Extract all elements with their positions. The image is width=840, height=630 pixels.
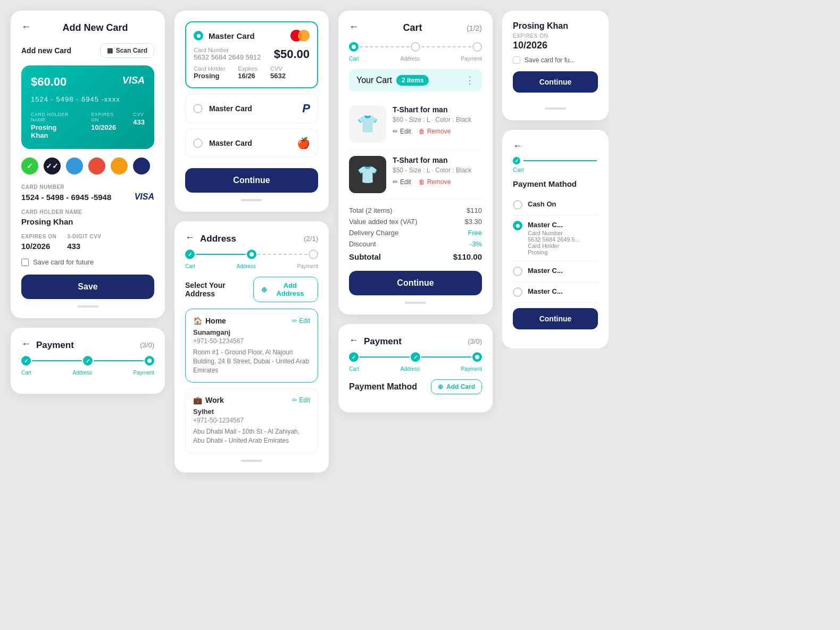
step-dot-payment-col1 xyxy=(145,356,154,366)
radio-mc-selected xyxy=(513,221,522,230)
step-dot-payment-addr xyxy=(309,250,318,259)
payment-option-cash[interactable]: Cash On xyxy=(513,195,598,215)
step-line-2-col1 xyxy=(94,360,144,361)
cart-remove-1[interactable]: 🗑 Remove xyxy=(419,128,451,135)
swatch-blue[interactable] xyxy=(66,158,83,175)
delivery-label: Delivery Charge xyxy=(349,229,398,237)
work-phone: +971-50-1234567 xyxy=(193,417,310,424)
card-brand-visa: VISA xyxy=(122,75,145,86)
expires-value2: 10/2026 xyxy=(21,242,56,251)
cart-item-title-2: T-Shart for man xyxy=(393,156,482,164)
delivery-value: Free xyxy=(468,229,482,237)
add-card-button-pay3[interactable]: ⊕ Add Card xyxy=(431,379,482,394)
add-card-header: Add new Card ▦ Scan Card xyxy=(21,43,154,58)
total-label: Total (2 items) xyxy=(349,206,393,214)
step-line-1-cart xyxy=(360,46,410,47)
cart-item-img-2: 👕 xyxy=(349,156,386,193)
card-number-field: CARD NUMBER 1524 - 5498 - 6945 -5948 VIS… xyxy=(21,184,154,202)
card-holder-value: Prosing Khan xyxy=(21,217,154,226)
work-edit-button[interactable]: ✏ Edit xyxy=(292,396,310,404)
mc-selected-info: Master C... Card Number 5632 5684 2649 5… xyxy=(528,221,598,255)
back-arrow-address[interactable]: ← xyxy=(185,232,195,243)
holder-label: CARD HOLDER NAME xyxy=(31,112,75,122)
col-cart: ← Cart (1/2) Cart Address Payment Your C… xyxy=(338,11,493,412)
back-arrow-payment3[interactable]: ← xyxy=(349,335,359,346)
cart-panel: ← Cart (1/2) Cart Address Payment Your C… xyxy=(338,11,493,314)
vat-value: $3.30 xyxy=(464,218,482,226)
step-payment-addr: Payment xyxy=(297,263,318,269)
expires-value: 10/2026 xyxy=(91,123,117,131)
save-button[interactable]: Save xyxy=(21,275,154,299)
step-dot-address-col1 xyxy=(83,356,93,366)
expires-val: 16/26 xyxy=(238,72,257,80)
step-dot-address-addr xyxy=(247,250,256,259)
cvv-label: CVV xyxy=(133,112,145,117)
continue-button-cart[interactable]: Continue xyxy=(349,271,482,295)
plus-icon-pay3: ⊕ xyxy=(438,383,443,391)
mc-holder-label: Card Holder xyxy=(528,243,598,249)
step-cart-addr: Cart xyxy=(185,263,195,269)
back-arrow-partial[interactable]: ← xyxy=(513,140,522,152)
cvv-field: 3-DIGIT CVV 433 xyxy=(67,234,101,251)
card-visual-number: 1524 - 5498 - 6945 -xxxx xyxy=(31,95,145,103)
holder-value: Prosing Khan xyxy=(31,123,75,139)
step-dot-payment-pay3 xyxy=(472,352,482,362)
three-dots-menu[interactable]: ⋮ xyxy=(465,74,475,86)
cart-item-info-2: T-Shart for man $50 - Size : L · Color :… xyxy=(393,156,482,186)
address-work[interactable]: 💼 Work ✏ Edit Sylhet +971-50-1234567 Abu… xyxy=(185,388,318,453)
home-edit-button[interactable]: ✏ Edit xyxy=(292,317,310,325)
continue-button-col2[interactable]: Continue xyxy=(185,168,318,193)
step-labels-cart: Cart Address Payment xyxy=(349,56,482,62)
selected-card-item[interactable]: Master Card Card Number 5632 5684 2649 5… xyxy=(185,21,318,88)
add-address-button[interactable]: ⊕ Add Address xyxy=(253,277,318,302)
step-dot-cart-addr xyxy=(185,250,195,259)
cart-item-subtitle-2: $50 - Size : L · Color : Black xyxy=(393,167,482,174)
back-arrow-add-card[interactable]: ← xyxy=(21,21,31,32)
mc-3-info: Master C... xyxy=(528,287,598,296)
cvv-label3: CVV xyxy=(270,65,286,72)
swatch-gold[interactable] xyxy=(111,158,128,175)
expires-field: EXPIRES ON 10/2026 xyxy=(21,234,56,251)
card-item-paypal[interactable]: Master Card P xyxy=(185,94,318,123)
cart-item-subtitle-1: $60 - Size : L · Color : Black xyxy=(393,116,482,123)
step-line-1-addr xyxy=(196,254,246,255)
stepper-address xyxy=(185,250,318,259)
your-cart-bar: Your Cart 2 Items ⋮ xyxy=(349,69,482,92)
back-arrow-payment1[interactable]: ← xyxy=(21,338,31,350)
swatch-dark[interactable]: ✓ xyxy=(44,158,61,175)
back-arrow-cart[interactable]: ← xyxy=(349,21,359,32)
cart-edit-2[interactable]: ✏ Edit xyxy=(393,178,411,186)
save-card-checkbox[interactable] xyxy=(21,259,29,266)
scan-card-button[interactable]: ▦ Scan Card xyxy=(100,43,154,58)
payment-option-mc-3[interactable]: Master C... xyxy=(513,282,598,303)
partial-continue-bottom[interactable]: Continue xyxy=(513,308,598,329)
card-item-apple[interactable]: Master Card 🍎 xyxy=(185,129,318,158)
cash-option-name: Cash On xyxy=(528,200,598,208)
step-cart-pay3: Cart xyxy=(349,366,359,372)
payment-method-header: Payment Mathod ⊕ Add Card xyxy=(349,379,482,394)
mastercard-icon-selected xyxy=(290,30,310,42)
cvv-value2: 433 xyxy=(67,242,101,251)
card-holder-val: Prosing xyxy=(194,72,225,80)
work-icon: 💼 xyxy=(193,396,202,404)
cart-item-img-1: 👕 xyxy=(349,105,386,143)
step-dot-address-cart xyxy=(411,42,420,52)
cart-edit-1[interactable]: ✏ Edit xyxy=(393,128,411,135)
cart-remove-2[interactable]: 🗑 Remove xyxy=(419,178,451,186)
radio-mc-2 xyxy=(513,267,522,276)
subtotal-label: Subtotal xyxy=(349,252,381,261)
swatch-green[interactable] xyxy=(21,158,38,175)
payment-title-col1: Payment xyxy=(36,340,74,351)
cart-item-title-1: T-Shart for man xyxy=(393,105,482,114)
payment-method-title: Payment Mathod xyxy=(349,382,417,392)
partial-continue-button[interactable]: Continue xyxy=(513,71,598,93)
payment-option-mastercard-selected[interactable]: Master C... Card Number 5632 5684 2649 5… xyxy=(513,215,598,261)
partial-save-checkbox[interactable] xyxy=(513,56,520,64)
address-home[interactable]: 🏠 Home ✏ Edit Sunamganj +971-50-1234567 … xyxy=(185,309,318,383)
swatch-navy[interactable] xyxy=(133,158,150,175)
step-label-address-col1: Address xyxy=(72,370,92,376)
payment-option-mc-2[interactable]: Master C... xyxy=(513,261,598,282)
scan-icon: ▦ xyxy=(107,47,113,54)
swatch-red[interactable] xyxy=(88,158,105,175)
mc-2-info: Master C... xyxy=(528,267,598,276)
